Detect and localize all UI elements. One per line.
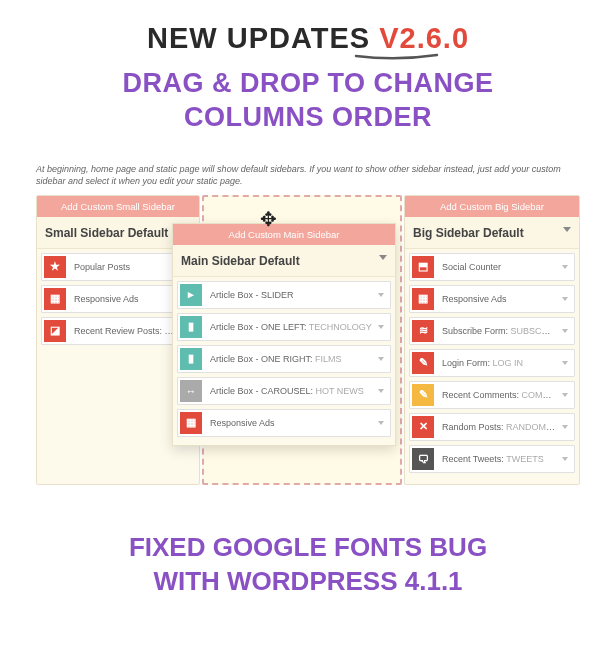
widget-item[interactable]: ▸Article Box - SLIDER bbox=[177, 281, 391, 309]
widget-label: Recent Tweets: TWEETS bbox=[436, 454, 562, 464]
chevron-down-icon bbox=[378, 389, 384, 393]
main-heading: NEW UPDATES V2.6.0 bbox=[0, 22, 616, 55]
big-sidebar-title-text: Big Sidebar Default bbox=[413, 226, 524, 240]
underline-decoration bbox=[354, 53, 439, 61]
widget-label: Article Box - ONE RIGHT: FILMS bbox=[204, 354, 378, 364]
widget-icon: ▮ bbox=[180, 348, 202, 370]
sub-heading-line1: DRAG & DROP TO CHANGE bbox=[122, 68, 493, 98]
instruction-note: At beginning, home page and static page … bbox=[36, 163, 580, 187]
add-small-sidebar-button[interactable]: Add Custom Small Sidebar bbox=[37, 196, 199, 217]
widget-icon: ≋ bbox=[412, 320, 434, 342]
add-main-sidebar-button[interactable]: Add Custom Main Sidebar bbox=[173, 224, 395, 245]
widget-icon: ✎ bbox=[412, 384, 434, 406]
heading-left: NEW UPDATES bbox=[147, 22, 379, 54]
widget-icon: ▦ bbox=[412, 288, 434, 310]
main-sidebar-title[interactable]: Main Sidebar Default bbox=[173, 245, 395, 277]
widget-item[interactable]: ✎Login Form: LOG IN bbox=[409, 349, 575, 377]
big-sidebar-widgets: ⬒Social Counter▦Responsive Ads≋Subscribe… bbox=[405, 249, 579, 481]
chevron-down-icon bbox=[378, 293, 384, 297]
footer-line2: WITH WORDPRESS 4.1.1 bbox=[153, 566, 462, 596]
chevron-down-icon bbox=[378, 421, 384, 425]
chevron-down-icon bbox=[562, 457, 568, 461]
widget-label: Login Form: LOG IN bbox=[436, 358, 562, 368]
widget-label: Random Posts: RANDOM ARTIC... bbox=[436, 422, 562, 432]
widget-item[interactable]: ✕Random Posts: RANDOM ARTIC... bbox=[409, 413, 575, 441]
main-sidebar-dragging-panel[interactable]: Add Custom Main Sidebar Main Sidebar Def… bbox=[172, 223, 396, 446]
widget-icon: ✕ bbox=[412, 416, 434, 438]
small-sidebar-title-text: Small Sidebar Default bbox=[45, 226, 168, 240]
main-sidebar-title-text: Main Sidebar Default bbox=[181, 254, 300, 268]
widget-item[interactable]: ⬒Social Counter bbox=[409, 253, 575, 281]
heading-right: V2.6.0 bbox=[379, 22, 469, 54]
chevron-down-icon bbox=[378, 357, 384, 361]
widget-icon: ★ bbox=[44, 256, 66, 278]
sub-heading-line2: COLUMNS ORDER bbox=[184, 102, 432, 132]
widget-icon: ▦ bbox=[44, 288, 66, 310]
chevron-down-icon bbox=[379, 255, 387, 260]
widget-label: Recent Comments: COMMENTS bbox=[436, 390, 562, 400]
footer-line1: FIXED GOOGLE FONTS BUG bbox=[129, 532, 487, 562]
widget-label: Subscribe Form: SUBSCRIBE bbox=[436, 326, 562, 336]
widget-icon: 🗨 bbox=[412, 448, 434, 470]
widget-icon: ▸ bbox=[180, 284, 202, 306]
chevron-down-icon bbox=[562, 425, 568, 429]
widget-label: Responsive Ads bbox=[204, 418, 378, 428]
chevron-down-icon bbox=[562, 329, 568, 333]
widget-item[interactable]: ↔Article Box - CAROUSEL: HOT NEWS bbox=[177, 377, 391, 405]
sidebar-demo-screenshot: At beginning, home page and static page … bbox=[36, 163, 580, 485]
chevron-down-icon bbox=[562, 297, 568, 301]
chevron-down-icon bbox=[378, 325, 384, 329]
widget-label: Responsive Ads bbox=[436, 294, 562, 304]
widget-icon: ↔ bbox=[180, 380, 202, 402]
add-big-sidebar-button[interactable]: Add Custom Big Sidebar bbox=[405, 196, 579, 217]
widget-label: Recent Review Posts: Re... bbox=[68, 326, 182, 336]
widget-label: Responsive Ads bbox=[68, 294, 182, 304]
widget-icon: ▮ bbox=[180, 316, 202, 338]
widget-label: Popular Posts bbox=[68, 262, 182, 272]
widget-label: Social Counter bbox=[436, 262, 562, 272]
widget-icon: ✎ bbox=[412, 352, 434, 374]
widget-label: Article Box - CAROUSEL: HOT NEWS bbox=[204, 386, 378, 396]
widget-label: Article Box - SLIDER bbox=[204, 290, 378, 300]
widget-item[interactable]: ▮Article Box - ONE RIGHT: FILMS bbox=[177, 345, 391, 373]
chevron-down-icon bbox=[563, 227, 571, 232]
chevron-down-icon bbox=[562, 393, 568, 397]
main-sidebar-widgets: ▸Article Box - SLIDER▮Article Box - ONE … bbox=[173, 277, 395, 445]
widget-item[interactable]: 🗨Recent Tweets: TWEETS bbox=[409, 445, 575, 473]
big-sidebar-title[interactable]: Big Sidebar Default bbox=[405, 217, 579, 249]
widget-icon: ⬒ bbox=[412, 256, 434, 278]
widget-item[interactable]: ▮Article Box - ONE LEFT: TECHNOLOGY bbox=[177, 313, 391, 341]
widget-icon: ▦ bbox=[180, 412, 202, 434]
widget-label: Article Box - ONE LEFT: TECHNOLOGY bbox=[204, 322, 378, 332]
footer-heading: FIXED GOOGLE FONTS BUG WITH WORDPRESS 4.… bbox=[0, 531, 616, 599]
widget-item[interactable]: ▦Responsive Ads bbox=[409, 285, 575, 313]
sub-heading: DRAG & DROP TO CHANGE COLUMNS ORDER bbox=[0, 67, 616, 135]
big-sidebar-column[interactable]: Add Custom Big Sidebar Big Sidebar Defau… bbox=[404, 195, 580, 485]
chevron-down-icon bbox=[562, 361, 568, 365]
widget-icon: ◪ bbox=[44, 320, 66, 342]
widget-item[interactable]: ▦Responsive Ads bbox=[177, 409, 391, 437]
widget-item[interactable]: ✎Recent Comments: COMMENTS bbox=[409, 381, 575, 409]
chevron-down-icon bbox=[562, 265, 568, 269]
widget-item[interactable]: ≋Subscribe Form: SUBSCRIBE bbox=[409, 317, 575, 345]
